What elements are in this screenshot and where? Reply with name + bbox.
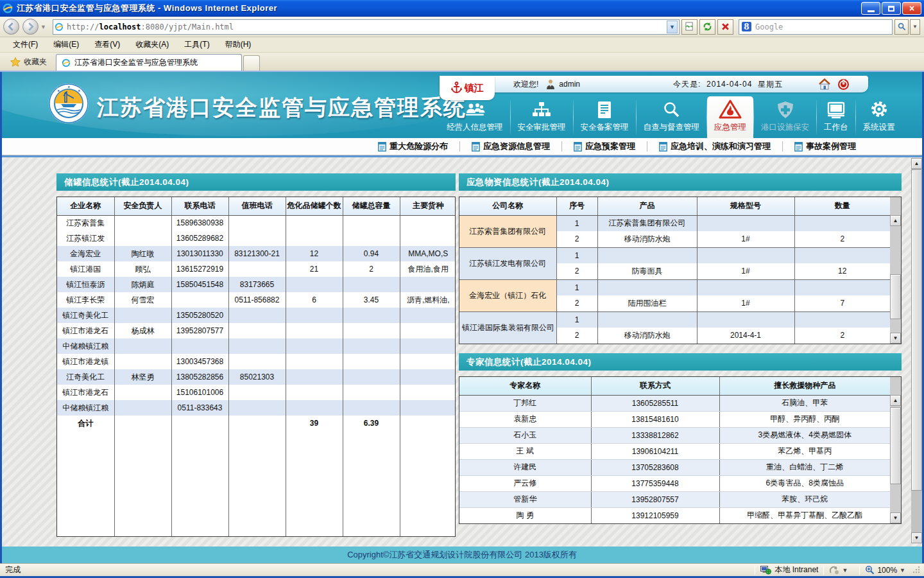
status-text: 完成 (5, 565, 21, 575)
table-cell: 中储粮镇江粮 (57, 338, 114, 354)
subnav-item-1[interactable]: 应急资源信息管理 (460, 141, 561, 152)
address-field[interactable]: http://localhost:8080/yjpt/Main.html ▼ (53, 19, 680, 35)
back-button[interactable] (3, 19, 19, 35)
close-button[interactable]: × (902, 2, 921, 15)
table-cell (114, 308, 171, 323)
app-header-banner: ★★★ 江苏省港口安全监管与应急管理系统 镇江 欢迎您! admin 今天是: … (2, 72, 922, 138)
menu-item-3[interactable]: 收藏夹(A) (128, 37, 176, 52)
minimize-button[interactable] (861, 2, 880, 15)
table-cell: 苯胺、环己烷 (719, 491, 890, 507)
nav-item-4[interactable]: 应急管理 (707, 96, 753, 138)
table-cell: 镇江港国 (57, 261, 114, 277)
table-cell: 13805282856 (171, 369, 228, 385)
table-cell (400, 369, 456, 385)
menu-item-4[interactable]: 工具(T) (176, 37, 217, 52)
subnav-item-2[interactable]: 应急预案管理 (562, 141, 647, 152)
nav-item-2[interactable]: 安全备案管理 (574, 96, 636, 138)
history-dropdown[interactable]: ▼ (40, 24, 46, 30)
subnav-doc-icon (472, 142, 480, 152)
google-icon: 8 (742, 22, 751, 31)
protected-mode-icon[interactable] (829, 566, 839, 575)
nav-item-6[interactable]: 工作台 (817, 96, 855, 138)
home-shortcut-icon[interactable] (818, 78, 831, 90)
tab-ie-icon (62, 58, 71, 67)
table-row: 石小玉133388128623类易燃液体、4类易燃固体 (459, 427, 890, 443)
stop-button[interactable] (717, 19, 733, 35)
column-header: 主要货种 (400, 197, 456, 215)
scroll-up-icon[interactable]: ▲ (890, 395, 901, 406)
table-cell: 13952807577 (171, 323, 228, 338)
zoom-dropdown[interactable]: ▼ (900, 567, 905, 574)
nav-item-0[interactable]: 经营人信息管理 (440, 96, 510, 138)
table-row: 镇江市港龙镇13003457368 (57, 354, 456, 369)
experts-scrollbar[interactable]: ▲ ▼ (890, 377, 901, 523)
subnav-item-4[interactable]: 事故案例管理 (783, 141, 868, 152)
forward-button[interactable] (22, 19, 38, 35)
resize-grip[interactable] (912, 565, 920, 575)
scroll-up-icon[interactable]: ▲ (911, 158, 922, 169)
table-cell (286, 308, 343, 323)
scroll-thumb[interactable] (890, 407, 901, 484)
refresh-button[interactable] (699, 19, 715, 35)
nav-item-1[interactable]: 安全审批管理 (511, 96, 573, 138)
model-cell (697, 247, 794, 263)
table-row: 镇江港国际集装箱有限公司1 (459, 311, 890, 328)
scroll-down-icon[interactable]: ▼ (890, 333, 901, 344)
menu-item-0[interactable]: 文件(F) (5, 37, 46, 52)
window-titlebar[interactable]: 江苏省港口安全监管与应急管理系统 - Windows Internet Expl… (0, 0, 924, 17)
company-cell: 金海宏业（镇江）石化 (459, 279, 556, 311)
new-tab-stub[interactable] (243, 55, 260, 71)
protected-mode-dropdown[interactable]: ▼ (842, 567, 848, 574)
subnav-item-label: 重大危险源分布 (389, 141, 448, 152)
table-cell (286, 277, 343, 292)
page-scrollbar[interactable]: ▲ ▼ (911, 158, 922, 543)
supplies-scrollbar[interactable]: ▲ ▼ (890, 197, 901, 344)
column-header: 储罐总容量 (343, 197, 400, 215)
supplies-header-row: 公司名称序号产品规格型号数量 (459, 197, 890, 215)
subnav-item-3[interactable]: 应急培训、演练和演习管理 (647, 141, 782, 152)
search-button[interactable] (894, 19, 909, 35)
scroll-thumb[interactable] (911, 170, 922, 491)
table-cell: 13615272919 (171, 261, 228, 277)
menu-item-1[interactable]: 编辑(E) (46, 37, 87, 52)
table-cell: 83173665 (228, 277, 286, 292)
menu-item-2[interactable]: 查看(V) (87, 37, 128, 52)
table-cell (286, 323, 343, 338)
table-cell: 江苏索普集 (57, 215, 114, 231)
copyright-text: Copyright©江苏省交通规划设计院股份有限公司 2013版权所有 (347, 549, 577, 561)
scroll-up-icon[interactable]: ▲ (890, 215, 901, 226)
star-icon (10, 57, 21, 67)
anchor-icon (451, 82, 462, 94)
scroll-down-icon[interactable]: ▼ (890, 512, 901, 523)
table-cell (114, 354, 171, 369)
column-header: 产品 (597, 197, 697, 215)
nav-item-3[interactable]: 自查与督查管理 (637, 96, 707, 138)
browser-tab[interactable]: 江苏省港口安全监管与应急管理系统 (56, 54, 242, 71)
address-dropdown[interactable]: ▼ (667, 21, 678, 33)
svg-text:★: ★ (78, 89, 81, 92)
compatibility-view-button[interactable] (681, 19, 697, 35)
table-cell: 15896380938 (171, 215, 228, 231)
logout-power-icon[interactable] (837, 78, 850, 91)
empty-cell (286, 431, 343, 536)
intranet-zone-icon (760, 566, 771, 575)
table-cell (171, 416, 228, 431)
nav-item-5[interactable]: 港口设施保安 (754, 96, 816, 138)
menu-item-5[interactable]: 帮助(H) (218, 37, 259, 52)
subnav-item-label: 应急预案管理 (585, 141, 635, 152)
nav-item-7[interactable]: 系统设置 (856, 96, 902, 138)
scroll-down-icon[interactable]: ▼ (911, 532, 922, 543)
restore-button[interactable] (882, 2, 901, 15)
table-cell: 甲醇、异丙醇、丙酮 (719, 411, 890, 427)
product-cell: 移动消防水炮 (597, 328, 697, 344)
nav-item-label: 经营人信息管理 (447, 122, 503, 133)
search-box[interactable]: 8 Google (739, 19, 893, 35)
product-cell (597, 247, 697, 263)
favorites-button[interactable]: 收藏夹 (4, 54, 53, 69)
svg-text:★: ★ (67, 85, 71, 89)
search-dropdown[interactable]: ▼ (910, 19, 920, 35)
column-header: 数量 (794, 197, 890, 215)
subnav-item-0[interactable]: 重大危险源分布 (366, 141, 459, 152)
table-cell: 15850451548 (171, 277, 228, 292)
scroll-thumb[interactable] (890, 274, 901, 319)
